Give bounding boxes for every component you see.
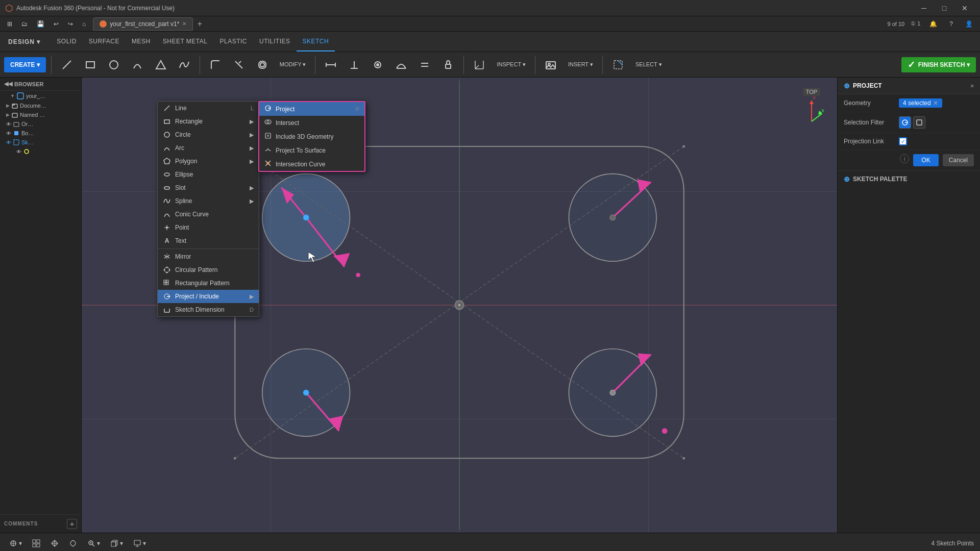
new-tab-button[interactable]: + (193, 17, 206, 31)
menu-item-sketch-dimension[interactable]: Sketch Dimension D (158, 303, 259, 316)
rect-tool[interactable] (80, 57, 101, 72)
selected-badge[interactable]: 4 selected ✕ (899, 98, 942, 108)
grid-menu-button[interactable]: ⊞ (4, 18, 15, 30)
menu-surface[interactable]: SURFACE (83, 32, 126, 52)
fillet-tool[interactable] (205, 57, 226, 72)
undo-button[interactable]: ↩ (51, 18, 62, 30)
projection-link-checkbox[interactable]: ✓ (899, 137, 907, 145)
design-dropdown[interactable]: DESIGN ▾ (2, 32, 46, 52)
filter-btn-1[interactable] (899, 116, 911, 129)
create-button[interactable]: CREATE ▾ (4, 57, 46, 72)
select-box-tool[interactable] (608, 57, 628, 72)
circle-tool[interactable] (104, 57, 124, 72)
info-button[interactable]: i (900, 154, 909, 163)
menu-item-conic[interactable]: Conic Curve (158, 208, 259, 221)
canvas-area[interactable]: TOP Y X Line L Rectangle ▶ (82, 78, 837, 533)
sketch-palette-header[interactable]: ⊕ SKETCH PALETTE (844, 175, 974, 183)
menu-item-ellipse[interactable]: Ellipse (158, 168, 259, 181)
home-button[interactable]: ⌂ (79, 18, 89, 30)
svg-rect-83 (166, 280, 168, 282)
submenu-item-intersect[interactable]: Intersect (259, 116, 364, 130)
submenu-item-include-3d[interactable]: Include 3D Geometry (259, 130, 364, 143)
sidebar-item-documents[interactable]: ▶ Docume… (0, 101, 81, 110)
menu-item-project-include[interactable]: Project / Include ▶ (158, 290, 259, 303)
menu-item-rectangle[interactable]: Rectangle ▶ (158, 115, 259, 128)
modify-button[interactable]: MODIFY ▾ (276, 59, 310, 70)
offset-tool[interactable] (252, 57, 273, 72)
line-tool[interactable] (57, 57, 77, 72)
grid-button[interactable] (29, 537, 43, 549)
user-button[interactable]: 👤 (962, 18, 976, 30)
orbit-button[interactable] (66, 537, 80, 549)
file-tab-icon (100, 20, 107, 28)
maximize-button[interactable]: □ (934, 0, 954, 16)
sidebar-item-root[interactable]: ▼ your_… (0, 91, 81, 101)
notifications-button[interactable]: 🔔 (926, 18, 940, 30)
submenu-item-intersection-curve[interactable]: Intersection Curve (259, 157, 364, 171)
save-button[interactable]: 💾 (34, 18, 47, 30)
menu-plastic[interactable]: PLASTIC (213, 32, 253, 52)
add-comment-button[interactable]: + (67, 519, 77, 529)
nav-counter: 9 of 10 (887, 21, 904, 27)
close-tab-icon[interactable]: ✕ (182, 21, 186, 27)
insert-image-tool[interactable] (541, 57, 561, 72)
sidebar-item-sk[interactable]: 👁 Sk… (0, 138, 81, 147)
clear-selection-button[interactable]: ✕ (933, 99, 938, 107)
zoom-button[interactable]: ▾ (84, 537, 103, 549)
arc-tool[interactable] (127, 57, 148, 72)
menu-solid[interactable]: SOLID (51, 32, 83, 52)
triangle-tool[interactable] (151, 57, 171, 72)
constraint-perpendicular[interactable] (344, 57, 364, 72)
sidebar-item-bo[interactable]: 👁 Bo… (0, 129, 81, 138)
file-tab[interactable]: your_first_cnced_part v1* ✕ (93, 17, 193, 31)
menu-item-point[interactable]: Point (158, 221, 259, 234)
constraint-lock[interactable] (438, 57, 458, 72)
close-button[interactable]: ✕ (954, 0, 975, 16)
menu-sheet-metal[interactable]: SHEET METAL (157, 32, 214, 52)
browser-header[interactable]: ◀◀ BROWSER (0, 78, 81, 91)
constraint-coincident[interactable] (368, 57, 388, 72)
ok-button[interactable]: OK (913, 154, 938, 166)
design-button[interactable]: DESIGN ▾ (8, 38, 40, 45)
panel-collapse-btn[interactable]: » (970, 82, 974, 89)
menu-item-rectangular-pattern[interactable]: Rectangular Pattern (158, 277, 259, 290)
menu-item-polygon[interactable]: Polygon ▶ (158, 155, 259, 168)
menu-item-line[interactable]: Line L (158, 102, 259, 115)
submenu-item-project[interactable]: Project P (259, 102, 364, 116)
display-button[interactable]: ▾ (130, 537, 149, 549)
menu-item-mirror[interactable]: Mirror (158, 250, 259, 263)
constraint-horizontal[interactable] (321, 57, 341, 72)
pan-button[interactable] (47, 537, 62, 549)
menu-item-arc[interactable]: Arc ▶ (158, 141, 259, 155)
help-button[interactable]: ? (946, 18, 956, 30)
insert-button[interactable]: INSERT ▾ (564, 59, 597, 70)
file-button[interactable]: 🗂 (18, 18, 31, 30)
svg-point-54 (610, 390, 616, 395)
dimension-tool[interactable] (469, 57, 489, 72)
inspect-button[interactable]: INSPECT ▾ (493, 59, 530, 70)
sidebar-item-sketch-child[interactable]: 👁 (0, 147, 81, 156)
view-cube-button[interactable]: ▾ (107, 537, 126, 549)
constraint-tangent[interactable] (391, 57, 411, 72)
menu-utilities[interactable]: UTILITIES (253, 32, 297, 52)
cancel-button[interactable]: Cancel (943, 154, 974, 166)
menu-item-circular-pattern[interactable]: Circular Pattern (158, 263, 259, 277)
sidebar-item-or[interactable]: 👁 Or… (0, 119, 81, 129)
menu-sketch[interactable]: SKETCH (297, 32, 335, 52)
menu-item-slot[interactable]: Slot ▶ (158, 181, 259, 194)
menu-item-spline[interactable]: Spline ▶ (158, 194, 259, 208)
finish-sketch-button[interactable]: ✓ FINISH SKETCH ▾ (901, 57, 976, 72)
select-button[interactable]: SELECT ▾ (631, 59, 666, 70)
trim-tool[interactable] (229, 57, 249, 72)
sidebar-item-named[interactable]: ▶ Named … (0, 110, 81, 119)
menu-mesh[interactable]: MESH (126, 32, 157, 52)
spline-tool[interactable] (174, 57, 194, 72)
submenu-item-project-to-surface[interactable]: Project To Surface (259, 143, 364, 157)
constraint-equal[interactable] (414, 57, 435, 72)
minimize-button[interactable]: ─ (914, 0, 934, 16)
menu-item-circle[interactable]: Circle ▶ (158, 128, 259, 141)
redo-button[interactable]: ↪ (65, 18, 76, 30)
snap-button[interactable]: ▾ (6, 537, 25, 549)
filter-btn-2[interactable] (913, 116, 925, 129)
menu-item-text[interactable]: A Text (158, 234, 259, 247)
